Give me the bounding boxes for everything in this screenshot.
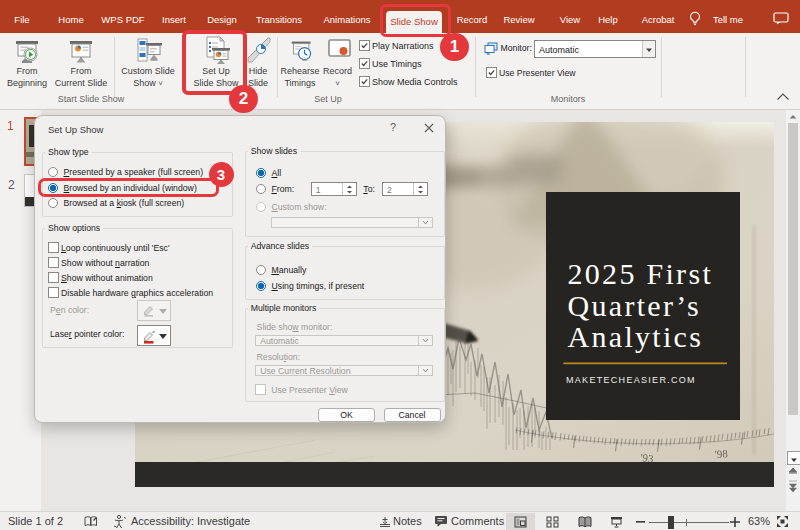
svg-text:Quarter’s: Quarter’s (568, 289, 701, 322)
svg-text:MAKETECHEASIER.COM: MAKETECHEASIER.COM (566, 375, 696, 385)
svg-text:'98: '98 (714, 447, 728, 460)
svg-text:2025 First: 2025 First (568, 257, 714, 290)
svg-text:Analytics: Analytics (568, 320, 704, 353)
